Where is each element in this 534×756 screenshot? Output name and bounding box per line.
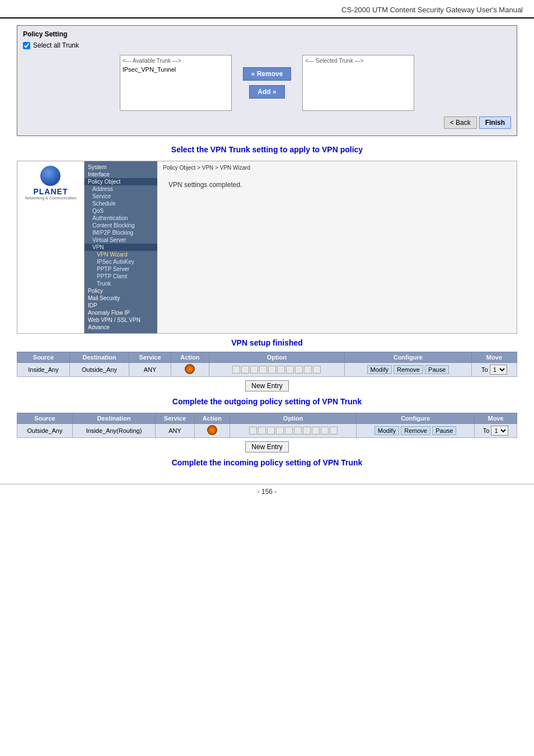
- cell-service-1: ANY: [129, 363, 171, 377]
- planet-logo-area: PLANET Networking & Communication: [17, 161, 85, 333]
- section3-title: Complete the outgoing policy setting of …: [17, 397, 517, 406]
- remove-button-1[interactable]: Remove: [394, 365, 423, 374]
- sidebar-item-policy[interactable]: Policy: [85, 287, 157, 295]
- option-cell: [241, 366, 249, 374]
- planet-brand-subtext: Networking & Communication: [25, 196, 76, 200]
- cell-source-1: Inside_Any: [17, 363, 70, 377]
- sidebar-item-anomaly-flow[interactable]: Anomaly Flow IP: [85, 309, 157, 316]
- section4-title: Complete the incoming policy setting of …: [17, 458, 517, 467]
- option-cell: [268, 366, 276, 374]
- sidebar-item-im-p2p[interactable]: IM/P2P Blocking: [85, 229, 157, 236]
- planet-main-content: Policy Object > VPN > VPN Wizard VPN set…: [157, 161, 517, 333]
- cell-configure-2: Modify Remove Pause: [357, 424, 475, 438]
- sidebar-item-virtual-server[interactable]: Virtual Server: [85, 236, 157, 244]
- sidebar-item-ipsec-autokey[interactable]: IPSec AutoKey: [85, 258, 157, 265]
- new-entry-button-2[interactable]: New Entry: [245, 441, 288, 452]
- sidebar-item-mail-security[interactable]: Mail Security: [85, 295, 157, 302]
- action-icon-1: [185, 364, 195, 374]
- action-icon-2: [207, 425, 217, 435]
- policy-nav-buttons: < Back Finish: [23, 116, 511, 129]
- new-entry-row-1: New Entry: [17, 380, 517, 391]
- option-cell: [285, 427, 293, 435]
- sidebar-item-address[interactable]: Address: [85, 185, 157, 193]
- select-all-label: Select all Trunk: [33, 41, 79, 49]
- move-to-label-2: To: [483, 427, 490, 434]
- available-trunk-header: <--- Available Trunk --->: [123, 58, 229, 64]
- option-cell: [313, 366, 321, 374]
- option-cell: [267, 427, 275, 435]
- planet-panel: PLANET Networking & Communication System…: [17, 161, 517, 334]
- pause-button-2[interactable]: Pause: [432, 426, 456, 435]
- modify-button-1[interactable]: Modify: [367, 365, 392, 374]
- move-select-2[interactable]: 1: [491, 426, 508, 436]
- modify-button-2[interactable]: Modify: [374, 426, 399, 435]
- cell-action-2: [194, 424, 229, 438]
- policy-table-2: Source Destination Service Action Option…: [17, 413, 517, 438]
- sidebar-item-qos[interactable]: QoS: [85, 207, 157, 214]
- move-select-1[interactable]: 1: [490, 365, 507, 375]
- sidebar-item-pptp-server[interactable]: PPTP Server: [85, 265, 157, 273]
- sidebar-item-authentication[interactable]: Authentication: [85, 214, 157, 222]
- sidebar-item-content-blocking[interactable]: Content Blocking: [85, 222, 157, 229]
- sidebar-item-trunk[interactable]: Trunk: [85, 280, 157, 287]
- finish-button[interactable]: Finish: [479, 116, 511, 129]
- section1-title: Select the VPN Trunk setting to apply to…: [17, 145, 517, 154]
- header-title: CS-2000 UTM Content Security Gateway Use…: [341, 6, 523, 14]
- footer-text: - 156 -: [257, 488, 277, 496]
- sidebar-item-vpn-wizard[interactable]: VPN Wizard: [85, 251, 157, 258]
- col-configure-2: Configure: [357, 413, 475, 424]
- sidebar-item-vpn[interactable]: VPN: [85, 244, 157, 251]
- cell-configure-1: Modify Remove Pause: [345, 363, 471, 377]
- policy-table-1: Source Destination Service Action Option…: [17, 352, 517, 377]
- col-option-1: Option: [209, 352, 345, 363]
- col-configure-1: Configure: [345, 352, 471, 363]
- col-source-1: Source: [17, 352, 70, 363]
- available-trunk-item[interactable]: IPsec_VPN_Tunnel: [123, 66, 229, 73]
- vpn-complete-msg: VPN settings completed.: [163, 175, 511, 194]
- trunk-transfer-buttons: « Remove Add »: [243, 67, 292, 99]
- selected-trunk-header: <--- Selected Trunk --->: [305, 58, 411, 64]
- sidebar-item-web-vpn[interactable]: Web VPN / SSL VPN: [85, 316, 157, 324]
- col-service-2: Service: [156, 413, 195, 424]
- sidebar-item-interface[interactable]: Interface: [85, 171, 157, 178]
- breadcrumb: Policy Object > VPN > VPN Wizard: [163, 165, 511, 171]
- remove-button-2[interactable]: Remove: [401, 426, 430, 435]
- select-all-checkbox[interactable]: [23, 42, 30, 49]
- page-header: CS-2000 UTM Content Security Gateway Use…: [0, 0, 534, 18]
- col-destination-1: Destination: [69, 352, 129, 363]
- cell-option-2: [230, 424, 357, 438]
- page-footer: - 156 -: [0, 484, 534, 496]
- sidebar-item-pptp-client[interactable]: PPTP Client: [85, 273, 157, 280]
- sidebar-item-idp[interactable]: IDP: [85, 302, 157, 309]
- col-option-2: Option: [230, 413, 357, 424]
- option-cell: [303, 427, 311, 435]
- col-move-2: Move: [475, 413, 517, 424]
- sidebar-item-service[interactable]: Service: [85, 193, 157, 200]
- option-cell: [277, 366, 285, 374]
- cell-source-2: Outside_Any: [17, 424, 73, 438]
- pause-button-1[interactable]: Pause: [425, 365, 449, 374]
- option-cell: [304, 366, 312, 374]
- option-cell: [249, 427, 257, 435]
- col-action-1: Action: [171, 352, 209, 363]
- option-cell: [250, 366, 258, 374]
- sidebar-item-system[interactable]: System: [85, 164, 157, 171]
- col-service-1: Service: [129, 352, 171, 363]
- trunk-transfer-area: <--- Available Trunk ---> IPsec_VPN_Tunn…: [23, 55, 511, 111]
- sidebar-item-advance[interactable]: Advance: [85, 324, 157, 331]
- cell-service-2: ANY: [156, 424, 195, 438]
- back-button[interactable]: < Back: [444, 116, 477, 129]
- cell-move-2: To 1: [475, 424, 517, 438]
- vpn-setup-title: VPN setup finished: [17, 338, 517, 347]
- remove-button[interactable]: « Remove: [243, 67, 292, 81]
- add-button[interactable]: Add »: [249, 85, 284, 99]
- cell-move-1: To 1: [471, 363, 517, 377]
- col-move-1: Move: [471, 352, 517, 363]
- new-entry-button-1[interactable]: New Entry: [245, 380, 288, 391]
- col-destination-2: Destination: [72, 413, 155, 424]
- sidebar-item-schedule[interactable]: Schedule: [85, 200, 157, 207]
- planet-sidebar: System Interface Policy Object Address S…: [85, 161, 157, 333]
- policy-setting-box: Policy Setting Select all Trunk <--- Ava…: [17, 25, 517, 136]
- sidebar-item-policy-object[interactable]: Policy Object: [85, 178, 157, 185]
- option-cell: [330, 427, 338, 435]
